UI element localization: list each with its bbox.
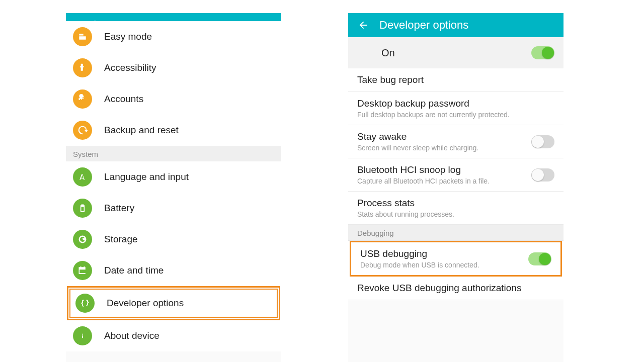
usb-debugging-toggle[interactable] (528, 252, 551, 265)
settings-screen: Settings SEARCH Easy mode Accessibility (66, 13, 281, 362)
row-date-time[interactable]: Date and time (66, 255, 281, 286)
row-accounts[interactable]: Accounts (66, 83, 281, 115)
row-title: Revoke USB debugging authorizations (357, 283, 554, 294)
row-take-bug-report[interactable]: Take bug report (348, 68, 564, 92)
calendar-icon (73, 261, 92, 280)
stay-awake-toggle[interactable] (531, 135, 554, 148)
row-about-device[interactable]: About device (66, 320, 281, 351)
row-title: Bluetooth HCI snoop log (357, 164, 525, 175)
language-icon (73, 167, 92, 187)
row-subtitle: Debug mode when USB is connected. (360, 261, 522, 269)
options-list: Take bug report Desktop backup password … (348, 68, 564, 300)
search-action[interactable]: SEARCH (238, 21, 273, 30)
row-title: Desktop backup password (357, 98, 554, 109)
backup-icon (73, 121, 92, 140)
row-process-stats[interactable]: Process stats Stats about running proces… (348, 192, 564, 225)
storage-icon (73, 230, 92, 249)
row-label: Easy mode (104, 31, 152, 42)
row-title: Take bug report (357, 74, 554, 85)
row-label: Accessibility (104, 62, 156, 73)
back-button[interactable] (356, 18, 370, 32)
info-icon (73, 326, 92, 345)
appbar-title: Developer options (379, 19, 468, 32)
row-subtitle: Full desktop backups are not currently p… (357, 111, 554, 119)
master-toggle-row[interactable]: On (348, 37, 564, 68)
key-icon (73, 89, 92, 109)
row-subtitle: Capture all Bluetooth HCI packets in a f… (357, 177, 525, 185)
battery-icon (73, 199, 92, 218)
row-label: Backup and reset (104, 125, 179, 136)
row-label: Language and input (104, 171, 189, 183)
row-revoke-usb-auth[interactable]: Revoke USB debugging authorizations (348, 277, 564, 300)
bt-hci-toggle[interactable] (531, 168, 554, 182)
row-label: About device (104, 330, 159, 341)
row-label: Developer options (107, 298, 184, 309)
section-debugging: Debugging (348, 225, 564, 241)
appbar: Developer options (348, 13, 564, 37)
row-usb-debugging[interactable]: USB debugging Debug mode when USB is con… (351, 242, 560, 275)
easy-mode-icon (73, 27, 92, 46)
row-stay-awake[interactable]: Stay awake Screen will never sleep while… (348, 125, 564, 158)
row-label: Date and time (104, 265, 164, 276)
row-subtitle: Screen will never sleep while charging. (357, 144, 525, 152)
row-title: Stay awake (357, 131, 525, 142)
row-desktop-backup-password[interactable]: Desktop backup password Full desktop bac… (348, 92, 564, 125)
row-developer-options[interactable]: Developer options (68, 288, 279, 319)
developer-options-screen: Developer options On Take bug report Des… (348, 13, 564, 362)
braces-icon (75, 294, 95, 313)
row-label: Storage (104, 234, 138, 245)
section-system: System (66, 146, 281, 161)
row-language-input[interactable]: Language and input (66, 161, 281, 193)
row-battery[interactable]: Battery (66, 193, 281, 224)
highlight-developer-options: Developer options (67, 286, 280, 320)
row-label: Battery (104, 203, 134, 214)
settings-list: Easy mode Accessibility Accounts Backup … (66, 21, 281, 351)
row-subtitle: Stats about running processes. (357, 210, 554, 218)
master-label: On (357, 47, 525, 59)
highlight-usb-debugging: USB debugging Debug mode when USB is con… (350, 241, 562, 277)
row-accessibility[interactable]: Accessibility (66, 52, 281, 83)
master-toggle[interactable] (531, 46, 554, 59)
row-title: Process stats (357, 198, 554, 209)
row-backup-reset[interactable]: Backup and reset (66, 115, 281, 146)
row-storage[interactable]: Storage (66, 224, 281, 255)
hand-icon (73, 58, 92, 77)
row-label: Accounts (104, 94, 143, 105)
row-title: USB debugging (360, 248, 522, 259)
row-bt-hci[interactable]: Bluetooth HCI snoop log Capture all Blue… (348, 158, 564, 192)
